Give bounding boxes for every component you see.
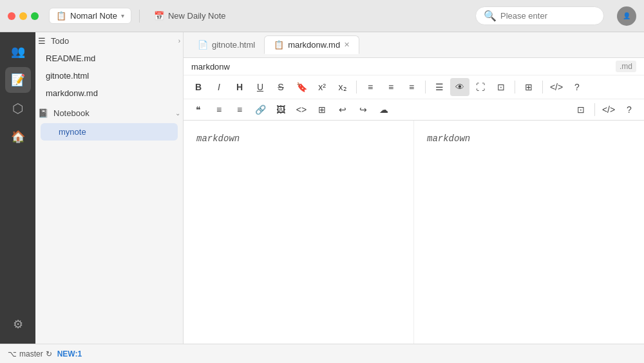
chevron-down-icon: ▾ [121, 12, 124, 19]
minimize-button[interactable] [19, 12, 27, 20]
file-markdonw[interactable]: markdonw.md [35, 84, 183, 102]
editor-left-pane[interactable]: markdown [184, 121, 414, 344]
heading-button[interactable]: H [230, 78, 249, 96]
fullscreen-button[interactable]: ⛶ [471, 78, 490, 96]
subscript-button[interactable]: x₂ [333, 78, 352, 96]
file-gitnote[interactable]: gitnote.html [35, 67, 183, 84]
note-selector[interactable]: 📋 Nomarl Note ▾ [49, 8, 131, 24]
sidebar-item-notes[interactable]: 📝 [5, 67, 31, 93]
align-center-button[interactable]: ≡ [381, 78, 401, 96]
link-button[interactable]: 🔗 [251, 101, 270, 119]
users-icon: 👥 [11, 44, 25, 59]
help2-button[interactable]: ? [620, 101, 639, 119]
notebook-label: Notebook [53, 108, 90, 118]
filename-bar: markdonw .md [184, 58, 644, 75]
close-button[interactable] [8, 12, 15, 20]
sidebar: 👥 📝 ⬡ 🏠 ⚙ [0, 32, 35, 344]
filename-label: markdonw [191, 62, 230, 72]
editor-content: markdown markdown [184, 121, 644, 344]
tab-close-icon[interactable]: ✕ [344, 41, 350, 49]
code-button[interactable]: </> [547, 78, 566, 96]
inline-code-button[interactable]: <> [292, 101, 311, 119]
avatar-label: 👤 [623, 12, 630, 19]
todo-chevron-icon: › [178, 37, 180, 44]
editor-toolbar-wrapper: markdonw .md B I H U S 🔖 x² x₂ ≡ ≡ ≡ ☰ 👁 [184, 58, 644, 121]
ordered-list-button[interactable]: ≡ [209, 101, 229, 119]
branch-name: master [19, 349, 43, 358]
notebook-item-mynote[interactable]: mynote [41, 123, 178, 141]
editor-panel: 📄 gitnote.html 📋 markdonw.md ✕ markdonw … [184, 32, 644, 344]
tab-markdonw[interactable]: 📋 markdonw.md ✕ [264, 35, 359, 54]
toolbar-sep3 [515, 81, 515, 93]
maximize-button[interactable] [31, 12, 39, 20]
notebook-section-header[interactable]: 📓 Notebook ⌄ [35, 104, 183, 122]
main-area: 👥 📝 ⬡ 🏠 ⚙ ☰ Todo › README.md gitnote.htm… [0, 32, 644, 344]
new-badge: NEW:1 [57, 349, 82, 358]
cube-icon: ⬡ [12, 101, 23, 116]
align-left-button[interactable]: ≡ [361, 78, 380, 96]
blockquote-button[interactable]: ❝ [189, 101, 208, 119]
toolbar-sep1 [356, 81, 357, 93]
filename-ext: .md [616, 61, 636, 72]
toolbar-sep2 [425, 81, 426, 93]
search-icon: 🔍 [484, 10, 497, 22]
superscript-button[interactable]: x² [312, 78, 332, 96]
markdonw-tab-label: markdonw.md [288, 40, 340, 50]
editor-right-pane: markdown [414, 121, 644, 344]
note-label: Nomarl Note [70, 11, 117, 21]
sidebar-item-settings[interactable]: ⚙ [5, 311, 31, 337]
daily-note-button[interactable]: 📅 New Daily Note [147, 8, 232, 23]
preview-button[interactable]: 👁 [450, 78, 469, 96]
expand-button[interactable]: ⊡ [491, 78, 511, 96]
image-button[interactable]: 🖼 [271, 101, 290, 119]
notes-icon: 📝 [11, 73, 25, 87]
gitnote-tab-icon: 📄 [198, 40, 208, 50]
todo-icon: ☰ [38, 36, 46, 46]
statusbar: ⌥ master ↻ NEW:1 [0, 344, 644, 363]
gitnote-tab-label: gitnote.html [212, 40, 255, 50]
branch-info: ⌥ master ↻ [8, 349, 52, 358]
home-icon: 🏠 [11, 130, 25, 144]
split-editor-button[interactable]: ⊡ [571, 101, 591, 119]
sidebar-item-cube[interactable]: ⬡ [5, 95, 31, 121]
menu-button[interactable]: ☰ [430, 78, 449, 96]
notebook-icon: 📓 [38, 108, 48, 118]
tab-gitnote[interactable]: 📄 gitnote.html [189, 36, 264, 54]
sidebar-item-users[interactable]: 👥 [5, 39, 31, 64]
redo-button[interactable]: ↪ [354, 101, 373, 119]
toolbar-sep5 [594, 103, 595, 116]
settings-icon: ⚙ [13, 317, 23, 331]
git-icon: ⌥ [8, 349, 17, 358]
align-right-button[interactable]: ≡ [402, 78, 421, 96]
traffic-lights [8, 12, 39, 20]
bold-button[interactable]: B [189, 78, 208, 96]
source-button[interactable]: </> [599, 101, 618, 119]
markdonw-tab-icon: 📋 [274, 40, 284, 50]
search-input[interactable] [500, 11, 596, 21]
search-bar[interactable]: 🔍 [475, 6, 604, 25]
toolbar-row1: B I H U S 🔖 x² x₂ ≡ ≡ ≡ ☰ 👁 ⛶ ⊡ ⊞ [184, 75, 644, 99]
calendar-icon: 📅 [154, 11, 164, 21]
editor-left-content: markdown [196, 133, 401, 144]
editor-right-content: markdown [427, 133, 631, 144]
file-readme[interactable]: README.md [35, 50, 183, 67]
split-view-button[interactable]: ⊞ [519, 78, 538, 96]
undo-button[interactable]: ↩ [333, 101, 352, 119]
bookmark-button[interactable]: 🔖 [292, 78, 311, 96]
help-button[interactable]: ? [567, 78, 587, 96]
sidebar-item-home[interactable]: 🏠 [5, 124, 31, 150]
avatar[interactable]: 👤 [617, 6, 636, 26]
toolbar-sep4 [542, 81, 543, 93]
underline-button[interactable]: U [251, 78, 270, 96]
refresh-icon[interactable]: ↻ [46, 349, 52, 358]
todo-section-header[interactable]: ☰ Todo › [35, 32, 183, 50]
todo-label: Todo [51, 36, 69, 46]
daily-label: New Daily Note [168, 11, 226, 21]
note-icon: 📋 [56, 11, 66, 21]
strikethrough-button[interactable]: S [271, 78, 290, 96]
unordered-list-button[interactable]: ≡ [230, 101, 249, 119]
divider [139, 10, 140, 23]
table-button[interactable]: ⊞ [312, 101, 332, 119]
italic-button[interactable]: I [209, 78, 229, 96]
cloud-button[interactable]: ☁ [374, 101, 393, 119]
